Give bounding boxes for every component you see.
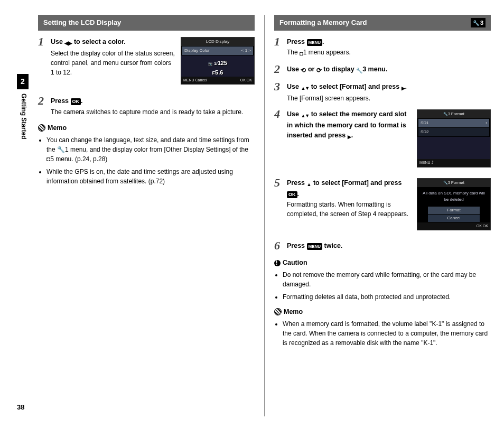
lcd-display-preview: LCD Display Display Color< 1 > 📷 1/125 F… [181, 37, 255, 85]
list-item: Formatting deletes all data, both protec… [283, 292, 491, 302]
step-6: 6 Press MENU twice. [274, 241, 491, 252]
chapter-label: Getting Started [17, 89, 31, 139]
right-arrow-icon [402, 83, 405, 93]
step-number: 2 [38, 95, 51, 107]
page-number: 38 [17, 402, 24, 413]
step-desc: The camera switches to capture mode and … [51, 107, 255, 117]
heading-text: Formatting a Memory Card [279, 17, 367, 28]
chapter-number: 2 [17, 74, 29, 89]
section-heading-format: Formatting a Memory Card 3 [274, 15, 491, 31]
list-item: While the GPS is on, the date and time s… [46, 167, 255, 186]
ok-button-icon: OK [287, 191, 297, 198]
memo-heading: Memo [38, 123, 255, 133]
column-divider [264, 15, 265, 416]
wrench-icon [356, 66, 362, 76]
manual-page: 2 Getting Started 38 Setting the LCD Dis… [17, 5, 492, 412]
menu-button-icon: MENU [307, 243, 323, 250]
up-down-icon [301, 110, 309, 120]
heading-text: Setting the LCD Display [43, 17, 121, 28]
step-1: 1 Press MENU. The 1 menu appears. [274, 37, 491, 58]
menu-badge: 3 [471, 18, 486, 28]
caution-list: Do not remove the memory card while form… [274, 270, 491, 302]
caution-heading: Caution [274, 258, 491, 268]
section-heading-lcd: Setting the LCD Display [38, 15, 255, 31]
memo-icon [38, 124, 45, 132]
step-2: 2 Use or to display 3 menu. [274, 64, 491, 76]
camera-icon [300, 49, 303, 58]
menu-button-icon: MENU [307, 39, 323, 46]
lcd-format-slot: 🔧3 Format SD1› SD2 MENU ⤴ [417, 109, 491, 168]
step-1: 1 LCD Display Display Color< 1 > 📷 1/125… [38, 37, 255, 87]
memo-heading: Memo [274, 307, 491, 317]
memo-icon [274, 308, 282, 315]
step-number: 1 [38, 36, 51, 48]
lcd-title: LCD Display [181, 38, 254, 46]
ok-button-icon: OK [71, 98, 81, 105]
left-right-icon [64, 38, 72, 48]
step-3: 3 Use to select [Format] and press . The… [274, 82, 491, 104]
right-arrow-icon [348, 132, 351, 142]
chapter-tab: 2 Getting Started [17, 74, 29, 139]
list-item: When a memory card is formatted, the vol… [283, 319, 491, 348]
memo-list: When a memory card is formatted, the vol… [274, 319, 491, 348]
step-5: 5 🔧3 Format All data on SD1 memory card … [274, 178, 491, 233]
wrench-icon [473, 18, 479, 27]
list-item: You can change the language, text size, … [46, 135, 255, 164]
left-column: Setting the LCD Display 1 LCD Display Di… [38, 15, 255, 416]
list-item: Do not remove the memory card while form… [283, 270, 491, 289]
up-down-icon [301, 83, 309, 93]
right-column: Formatting a Memory Card 3 1 Press MENU.… [274, 15, 491, 416]
memo-list: You can change the language, text size, … [38, 135, 255, 186]
caution-icon [274, 260, 281, 266]
dial-right-icon [316, 66, 322, 76]
dial-left-icon [301, 66, 306, 76]
step-2: 2 Press OK. The camera switches to captu… [38, 96, 255, 117]
lcd-format-confirm: 🔧3 Format All data on SD1 memory card wi… [417, 178, 491, 231]
step-4: 4 🔧3 Format SD1› SD2 MENU ⤴ Use to selec… [274, 109, 491, 170]
